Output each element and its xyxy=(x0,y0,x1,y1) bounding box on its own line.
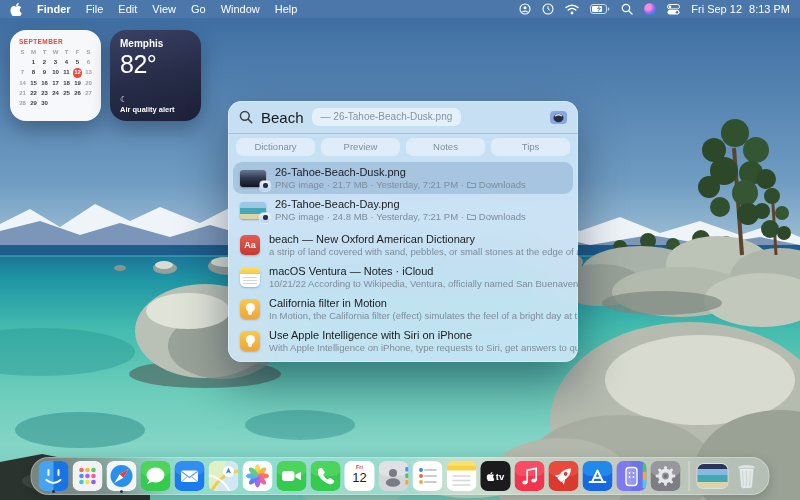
dock-icon-system-settings[interactable] xyxy=(651,458,681,494)
dock-icon-app-store[interactable] xyxy=(583,458,613,494)
dictionary-icon: Aa xyxy=(240,235,260,255)
wifi-icon[interactable] xyxy=(565,4,579,15)
dock-icon-tv[interactable]: tv xyxy=(481,458,511,494)
menu-item-finder[interactable]: Finder xyxy=(37,3,71,15)
dock-icon-contacts[interactable] xyxy=(379,458,409,494)
spotlight-results: 26-Tahoe-Beach-Dusk.png PNG image · 21.7… xyxy=(228,161,578,362)
calendar-day: 19 xyxy=(72,79,83,88)
spotlight-search-icon[interactable] xyxy=(621,3,633,15)
calendar-day: 8 xyxy=(28,68,39,77)
dock-icon-iphone-mirroring[interactable] xyxy=(617,458,647,494)
result-row[interactable]: 26-Tahoe-Beach-Dusk.png PNG image · 21.7… xyxy=(233,162,573,194)
dock-icon-finder[interactable] xyxy=(39,458,69,494)
calendar-day: 7 xyxy=(17,68,28,77)
dock-icon-rocket[interactable] xyxy=(549,458,579,494)
calendar-day: 25 xyxy=(61,89,72,98)
dock-icon-music[interactable] xyxy=(515,458,545,494)
file-thumbnail-day xyxy=(240,202,266,219)
result-row[interactable]: California filter in Motion In Motion, t… xyxy=(228,293,578,325)
calendar-month-label: SEPTEMBER xyxy=(19,38,94,45)
calendar-grid: SMTWTFS 123456 78910111213 1415161718192… xyxy=(17,48,94,108)
result-row[interactable]: 26-Tahoe-Beach-Day.png PNG image · 24.8 … xyxy=(228,194,578,226)
running-indicator xyxy=(52,490,55,493)
downloads-stack-thumbnail xyxy=(698,464,728,488)
result-row[interactable]: What's new in Apple Watch and watchOS 11 xyxy=(228,357,578,362)
apple-menu-icon[interactable] xyxy=(10,3,22,16)
dock-icon-mail[interactable] xyxy=(175,458,205,494)
calendar-day: 27 xyxy=(83,89,94,98)
file-thumbnail-dusk xyxy=(240,170,266,187)
menu-item-file[interactable]: File xyxy=(86,3,104,15)
result-meta: 10/21/22 According to Wikipedia, Ventura… xyxy=(269,278,578,289)
spotlight-search-bar[interactable]: Beach — 26-Tahoe-Beach-Dusk.png xyxy=(228,101,578,134)
result-title: macOS Ventura — Notes · iCloud xyxy=(269,265,566,278)
search-input[interactable]: Beach xyxy=(261,109,304,126)
filter-chip-notes[interactable]: Notes xyxy=(406,138,485,156)
menu-item-go[interactable]: Go xyxy=(191,3,206,15)
menu-item-window[interactable]: Window xyxy=(221,3,260,15)
calendar-day xyxy=(50,99,61,108)
dock-icon-messages[interactable] xyxy=(141,458,171,494)
dock-icon-maps[interactable] xyxy=(209,458,239,494)
calendar-day: 30 xyxy=(39,99,50,108)
dock: Fri 12 tv xyxy=(31,457,770,495)
result-location: Downloads xyxy=(479,179,526,190)
calendar-day xyxy=(83,99,94,108)
camera-icon[interactable] xyxy=(550,110,567,125)
day-header: S xyxy=(17,48,28,57)
weather-widget[interactable]: Memphis 82° ☾ Air quality alert xyxy=(110,30,201,121)
search-completion: — 26-Tahoe-Beach-Dusk.png xyxy=(312,108,462,126)
dock-icon-photos[interactable] xyxy=(243,458,273,494)
png-badge-icon xyxy=(260,213,270,223)
siri-icon[interactable] xyxy=(644,3,656,15)
control-center-icon[interactable] xyxy=(667,4,680,15)
menu-bar: Finder File Edit View Go Window Help Fri xyxy=(0,0,800,18)
tv-label: tv xyxy=(496,471,504,482)
menu-bar-clock[interactable]: Fri Sep 12 8:13 PM xyxy=(691,3,790,15)
spotlight-panel: Beach — 26-Tahoe-Beach-Dusk.png Dictiona… xyxy=(228,101,578,362)
user-circle-icon[interactable] xyxy=(519,3,531,15)
filter-chip-preview[interactable]: Preview xyxy=(321,138,400,156)
png-badge-icon xyxy=(260,181,270,191)
menu-item-view[interactable]: View xyxy=(152,3,176,15)
calendar-day: 14 xyxy=(17,79,28,88)
menu-item-help[interactable]: Help xyxy=(275,3,298,15)
dock-icon-launchpad[interactable] xyxy=(73,458,103,494)
calendar-day-selected: 12 xyxy=(73,68,83,78)
dock-icon-reminders[interactable] xyxy=(413,458,443,494)
day-header: S xyxy=(83,48,94,57)
dock-icon-notes[interactable] xyxy=(447,458,477,494)
menu-item-edit[interactable]: Edit xyxy=(118,3,137,15)
result-row[interactable]: macOS Ventura — Notes · iCloud 10/21/22 … xyxy=(228,261,578,293)
dock-icon-facetime[interactable] xyxy=(277,458,307,494)
result-title: California filter in Motion xyxy=(269,297,566,310)
result-row[interactable]: Use Apple Intelligence with Siri on iPho… xyxy=(228,325,578,357)
calendar-day xyxy=(17,58,28,67)
result-meta: PNG image · 24.8 MB · Yesterday, 7:21 PM… xyxy=(275,211,464,222)
dock-icon-calendar[interactable]: Fri 12 xyxy=(345,458,375,494)
battery-icon[interactable] xyxy=(590,4,610,14)
filter-chip-tips[interactable]: Tips xyxy=(491,138,570,156)
day-header: F xyxy=(72,48,83,57)
calendar-day: 1 xyxy=(28,58,39,67)
day-header: T xyxy=(39,48,50,57)
folder-icon xyxy=(467,213,476,220)
dock-icon-safari[interactable] xyxy=(107,458,137,494)
folder-icon xyxy=(467,181,476,188)
calendar-day: 18 xyxy=(61,79,72,88)
result-row[interactable]: Aa beach — New Oxford American Dictionar… xyxy=(228,229,578,261)
calendar-day: 23 xyxy=(39,89,50,98)
calendar-day: 13 xyxy=(83,68,94,77)
crescent-moon-icon: ☾ xyxy=(120,95,175,104)
calendar-day: 5 xyxy=(72,58,83,67)
dock-icon-trash[interactable] xyxy=(732,458,762,494)
clock-icon[interactable] xyxy=(542,3,554,15)
day-header: M xyxy=(28,48,39,57)
filter-chip-dictionary[interactable]: Dictionary xyxy=(236,138,315,156)
calendar-widget[interactable]: SEPTEMBER SMTWTFS 123456 78910111213 141… xyxy=(10,30,101,121)
result-meta: With Apple Intelligence on iPhone, type … xyxy=(269,342,578,353)
dock-icon-downloads-stack[interactable] xyxy=(698,458,728,494)
day-header: W xyxy=(50,48,61,57)
dock-icon-phone[interactable] xyxy=(311,458,341,494)
calendar-day: 9 xyxy=(39,68,50,77)
